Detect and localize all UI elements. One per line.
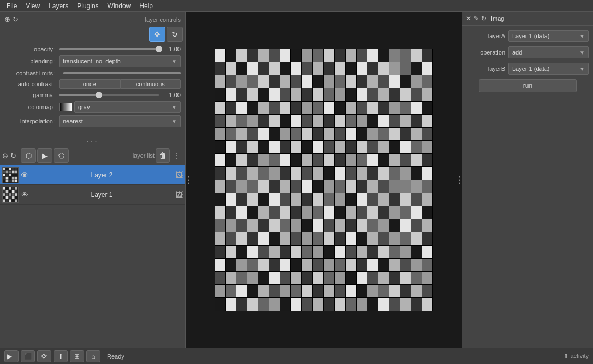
activity-text: ⬆ activity [564,353,589,360]
pan-tool-btn[interactable]: ▶ [37,148,52,163]
annotation-tool-btn[interactable]: ⬠ [54,148,69,163]
colormap-arrow: ▼ [171,104,177,110]
right-canvas-handle[interactable] [456,176,462,184]
auto-contrast-label: auto-contrast: [4,81,59,87]
auto-contrast-row: auto-contrast: once continuous [2,79,183,89]
interpolation-label: interpolation: [4,118,59,124]
layer-controls-toolbar: ✥ ↻ [2,27,183,42]
menu-plugins[interactable]: Plugins [73,1,103,11]
interpolation-dropdown[interactable]: nearest ▼ [59,115,181,127]
left-canvas-handle[interactable] [186,176,191,184]
layer-list-section: ⊕ ↻ ⬡ ▶ ⬠ layer list 🗑 ⋮ 👁 Layer 2 🖼 [0,146,185,348]
layer-controls-title: layer controls [19,16,181,23]
move-tool-btn[interactable]: ✥ [149,27,165,42]
operation-label: operation [467,49,505,56]
main-area: ⊕ ↻ layer controls ✥ ↻ opacity: [0,12,593,348]
auto-once-btn[interactable]: once [59,79,120,89]
layerA-value: Layer 1 (data) [512,33,549,39]
refresh-icon[interactable]: ↻ [13,15,19,23]
layer-controls-section: ⊕ ↻ layer controls ✥ ↻ opacity: [0,12,185,132]
menu-help[interactable]: Help [135,1,157,11]
layerB-row: layerB Layer 1 (data) ▼ [467,63,589,75]
layerA-arrow: ▼ [579,33,585,39]
layer-item-1[interactable]: 👁 Layer 1 🖼 [0,185,185,205]
dots-icon: ... [86,134,98,144]
menu-file[interactable]: File [2,1,21,11]
transform-tool-btn[interactable]: ↻ [167,27,183,42]
layerA-row: layerA Layer 1 (data) ▼ [467,30,589,42]
refresh-right-icon[interactable]: ↻ [481,15,487,22]
new-layer-icon[interactable]: ⊕ [4,15,10,23]
layerA-dropdown[interactable]: Layer 1 (data) ▼ [508,30,589,42]
layer-1-name: Layer 1 [31,191,173,199]
more-options-btn[interactable]: ⋮ [171,151,183,160]
layer-2-name: Layer 2 [31,171,173,179]
contrast-slider[interactable] [63,69,181,77]
opacity-value: 1.00 [161,46,181,52]
operation-dropdown[interactable]: add ▼ [508,46,589,58]
interpolation-value: nearest [63,118,83,124]
blending-label: blending: [4,58,59,64]
handle-dot [459,182,460,184]
layerB-value: Layer 1 (data) [512,65,549,72]
grid-btn[interactable]: ⊞ [70,350,84,362]
close-icon[interactable]: ✕ [466,15,471,22]
layerB-dropdown[interactable]: Layer 1 (data) ▼ [508,63,589,75]
layer-controls-icons: ⊕ ↻ [4,15,19,23]
opacity-label: opacity: [4,46,59,52]
layer-list-refresh-icon[interactable]: ↻ [10,152,16,160]
handle-dot [188,179,189,181]
script-btn[interactable]: ⟳ [37,350,51,362]
gamma-slider[interactable] [59,91,159,99]
console-btn[interactable]: ▶_ [4,350,19,362]
contrast-row: contrast limits: [2,69,183,77]
auto-continuous-btn[interactable]: continuous [120,79,181,89]
colormap-dropdown[interactable]: gray ▼ [74,101,181,113]
layer-2-visibility-icon[interactable]: 👁 [21,171,28,180]
menu-layers[interactable]: Layers [44,1,73,11]
image-canvas [215,49,433,311]
gamma-label: gamma: [4,92,59,98]
blending-row: blending: translucent_no_depth ▼ [2,55,183,67]
napari-btn[interactable]: ⬆ [54,350,68,362]
opacity-slider[interactable] [59,45,159,53]
layer-1-type-icon: 🖼 [175,190,183,199]
colormap-value: gray [78,104,90,110]
dots-separator: ... [0,132,185,146]
handle-dot [459,176,460,177]
blending-value: translucent_no_depth [63,58,121,64]
handle-dot [188,182,189,184]
delete-layer-btn[interactable]: 🗑 [156,148,170,163]
run-button[interactable]: run [479,79,576,92]
home-btn[interactable]: ⌂ [86,350,100,362]
menu-view[interactable]: View [21,1,44,11]
layer-list-new-icon[interactable]: ⊕ [2,152,8,160]
bottom-tools: ▶_ ⬛ ⟳ ⬆ ⊞ ⌂ [4,350,100,362]
layerB-label: layerB [467,65,505,72]
layer-list: 👁 Layer 2 🖼 👁 Layer 1 🖼 [0,165,185,348]
handle-dot [459,179,460,181]
right-panel-header: ✕ ✎ ↻ Imag [462,12,593,26]
menu-window[interactable]: Window [103,1,135,11]
edit-icon[interactable]: ✎ [473,15,479,22]
handle-dot [188,176,189,177]
layer-2-thumbnail [2,167,19,183]
colormap-label: colormap: [4,104,59,110]
layer-item-2[interactable]: 👁 Layer 2 🖼 [0,165,185,185]
auto-contrast-buttons: once continuous [59,79,181,89]
gamma-value: 1.00 [161,92,181,98]
panel-tab[interactable]: Imag [489,14,506,23]
layer-2-type-icon: 🖼 [175,171,183,180]
operation-value: add [512,49,522,56]
opacity-row: opacity: 1.00 [2,45,183,53]
layer-1-thumbnail [2,187,19,203]
select-tool-btn[interactable]: ⬡ [21,148,36,163]
terminal-btn[interactable]: ⬛ [21,350,35,362]
right-panel: ✕ ✎ ↻ Imag layerA Layer 1 (data) ▼ opera… [462,12,593,348]
layer-controls-header: ⊕ ↻ layer controls [2,14,183,25]
blending-arrow: ▼ [171,58,177,64]
interpolation-arrow: ▼ [171,118,177,124]
menubar: File View Layers Plugins Window Help [0,0,593,12]
blending-dropdown[interactable]: translucent_no_depth ▼ [59,55,181,67]
layer-1-visibility-icon[interactable]: 👁 [21,190,28,199]
